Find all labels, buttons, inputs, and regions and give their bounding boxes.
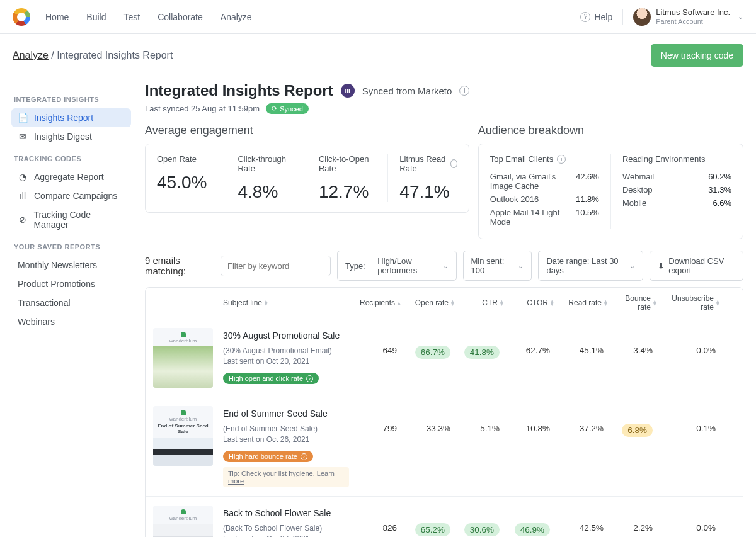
col-open-rate[interactable]: Open rate▴▾ <box>401 298 454 307</box>
engagement-title: Average engagement <box>145 124 469 137</box>
table-row[interactable]: wanderblum 30% August Promotional Sale (… <box>146 319 743 397</box>
sidebar-item-insights-report[interactable]: 📄Insights Report <box>11 108 131 127</box>
col-ctor[interactable]: CTOR▴▾ <box>503 298 554 307</box>
metric-open-rate: Open Rate45.0% <box>146 154 226 202</box>
nav-collaborate[interactable]: Collaborate <box>158 12 203 22</box>
col-subject[interactable]: Subject line▴▾ <box>223 298 349 307</box>
sidebar-item-aggregate-report[interactable]: ◔Aggregate Report <box>11 167 131 186</box>
sidebar-item-compare-campaigns[interactable]: ıllCompare Campaigns <box>11 186 131 205</box>
environments-head: Reading Environments <box>622 154 731 164</box>
refresh-icon: ⟳ <box>272 105 277 113</box>
subheader: Analyze / Integrated Insights Report New… <box>0 34 756 77</box>
cell-read-rate: 45.1% <box>554 328 607 355</box>
sidebar-item-monthly-newsletters[interactable]: Monthly Newsletters <box>11 256 131 274</box>
sidebar-item-transactional[interactable]: Transactional <box>11 293 131 312</box>
avatar-icon <box>633 8 651 26</box>
cell-ctor: 10.8% <box>503 406 554 433</box>
account-switcher[interactable]: Litmus Software Inc. Parent Account ⌄ <box>633 8 743 26</box>
info-icon[interactable]: i <box>450 159 457 168</box>
bar-chart-icon: ıll <box>18 191 28 201</box>
sidebar-item-webinars[interactable]: Webinars <box>11 312 131 331</box>
sidebar-item-insights-digest[interactable]: ✉Insights Digest <box>11 127 131 146</box>
cell-bounce-rate: 6.8% <box>607 406 656 437</box>
logo-icon[interactable] <box>13 8 30 26</box>
cell-ctr: 41.8% <box>454 328 503 359</box>
email-meta: (30% August Promotional Email)Last sent … <box>223 346 349 367</box>
email-thumbnail: wanderblumEnd of Summer Seed Sale <box>153 406 213 466</box>
last-synced-label: Last synced 25 Aug at 11:59pm <box>145 104 260 113</box>
col-ctr[interactable]: CTR▴▾ <box>454 298 503 307</box>
download-csv-button[interactable]: ⬇Download CSV export <box>650 251 743 281</box>
email-thumbnail: wanderblum <box>153 328 213 388</box>
audience-title: Audience breakdown <box>478 124 743 137</box>
chevron-down-icon: ⌄ <box>629 262 635 270</box>
nav-analyze[interactable]: Analyze <box>220 12 252 22</box>
tip-text: Tip: Check your list hygiene. Learn more <box>223 467 349 487</box>
top-nav: Home Build Test Collaborate Analyze ? He… <box>0 0 756 34</box>
sort-icon: ▴▾ <box>716 300 719 307</box>
sidebar-head-insights: INTEGRATED INSIGHTS <box>14 96 129 103</box>
sidebar-item-tracking-code-manager[interactable]: ⊘Tracking Code Manager <box>11 205 131 234</box>
cell-recipients: 826 <box>349 506 401 533</box>
sidebar-item-product-promotions[interactable]: Product Promotions <box>11 274 131 293</box>
mail-icon: ✉ <box>18 132 28 142</box>
new-tracking-code-button[interactable]: New tracking code <box>651 44 743 67</box>
cell-bounce-rate: 3.4% <box>607 328 656 355</box>
email-subject: 30% August Promotional Sale <box>223 331 349 341</box>
cell-open-rate: 65.2% <box>401 506 454 536</box>
breadcrumb: Analyze / Integrated Insights Report <box>13 50 173 61</box>
divider <box>622 9 623 25</box>
help-label: Help <box>594 12 612 22</box>
learn-more-link[interactable]: Learn more <box>228 470 335 485</box>
cell-ctor: 46.9% <box>503 506 554 536</box>
sidebar-head-saved: YOUR SAVED REPORTS <box>14 243 129 251</box>
info-icon[interactable]: i <box>557 155 566 164</box>
table-row[interactable]: wanderblumEnd of Summer Seed Sale End of… <box>146 397 743 497</box>
cell-ctr: 30.6% <box>454 506 503 536</box>
chevron-down-icon: ⌄ <box>738 13 743 21</box>
col-bounce-rate[interactable]: Bouncerate▴▾ <box>607 294 656 312</box>
filters-bar: 9 emails matching: Type: High/Low perfor… <box>145 251 743 281</box>
col-recipients[interactable]: Recipients▴ <box>349 298 401 307</box>
metric-ctor: Click-to-Open Rate12.7% <box>307 154 388 202</box>
cell-read-rate: 42.5% <box>554 506 607 533</box>
engagement-card: Open Rate45.0% Click-through Rate4.8% Cl… <box>145 144 469 213</box>
type-select[interactable]: Type: High/Low performers⌄ <box>337 251 457 281</box>
chevron-down-icon: ⌄ <box>518 262 524 270</box>
min-sent-select[interactable]: Min sent: 100⌄ <box>463 251 532 281</box>
info-icon[interactable]: i <box>459 86 469 96</box>
arrow-right-icon: › <box>301 453 307 460</box>
cell-open-rate: 33.3% <box>401 406 454 433</box>
document-icon: 📄 <box>18 113 28 123</box>
arrow-right-icon: › <box>306 375 313 382</box>
cell-recipients: 649 <box>349 328 401 355</box>
cell-unsub-rate: 0.0% <box>656 506 719 533</box>
client-row: Gmail, via Gmail's Image Cache42.6% <box>490 170 599 193</box>
breadcrumb-current: Integrated Insights Report <box>57 50 173 60</box>
cell-unsub-rate: 0.1% <box>656 406 719 433</box>
date-range-select[interactable]: Date range: Last 30 days⌄ <box>538 251 643 281</box>
marketo-icon: ııı <box>341 84 355 98</box>
metric-ctr: Click-through Rate4.8% <box>226 154 307 202</box>
table-row[interactable]: wanderblum Back to School Flower Sale (B… <box>146 497 743 537</box>
audience-card: Top Email Clientsi Gmail, via Gmail's Im… <box>478 144 743 239</box>
help-icon: ? <box>580 12 590 22</box>
col-read-rate[interactable]: Read rate▴▾ <box>554 298 607 307</box>
keyword-filter-input[interactable] <box>220 256 331 276</box>
performance-badge: High open and click rate › <box>223 373 319 384</box>
help-link[interactable]: ? Help <box>580 12 612 22</box>
cell-ctor: 62.7% <box>503 328 554 355</box>
breadcrumb-root[interactable]: Analyze <box>13 50 49 60</box>
email-subject: End of Summer Seed Sale <box>223 409 349 419</box>
nav-build[interactable]: Build <box>86 12 106 22</box>
email-subject: Back to School Flower Sale <box>223 508 349 518</box>
emails-table: Subject line▴▾ Recipients▴ Open rate▴▾ C… <box>145 287 743 537</box>
top-clients-head: Top Email Clients <box>490 154 553 164</box>
email-thumbnail: wanderblum <box>153 506 213 537</box>
nav-test[interactable]: Test <box>124 12 140 22</box>
col-unsubscribe-rate[interactable]: Unsubscriberate▴▾ <box>656 294 719 312</box>
cell-bounce-rate: 2.2% <box>607 506 656 533</box>
nav-home[interactable]: Home <box>45 12 69 22</box>
email-meta: (End of Summer Seed Sale)Last sent on Oc… <box>223 424 349 445</box>
page-title: Integrated Insights Report <box>145 82 333 99</box>
